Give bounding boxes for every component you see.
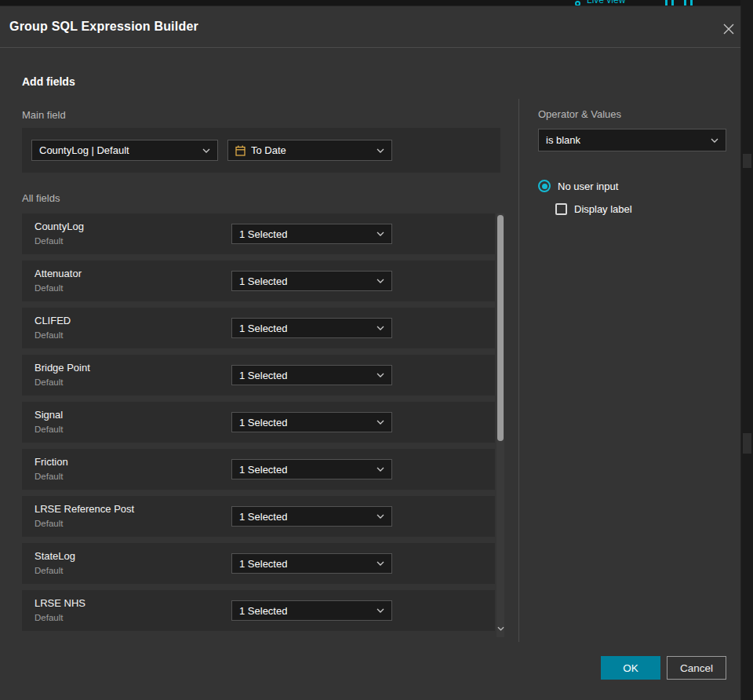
toolbar-fragment-icon xyxy=(690,0,693,6)
background-panel-fragment xyxy=(743,154,751,168)
chevron-down-icon xyxy=(376,326,384,330)
main-field-label: Main field xyxy=(22,109,66,121)
field-name: Signal xyxy=(35,409,63,421)
ok-button[interactable]: OK xyxy=(601,656,660,680)
field-selected-value: 1 Selected xyxy=(239,228,287,240)
field-selected-dropdown[interactable]: 1 Selected xyxy=(231,224,392,244)
checkbox-icon xyxy=(555,203,567,215)
toolbar-fragment-icon xyxy=(684,0,686,6)
main-field-date-select-value: To Date xyxy=(251,144,286,156)
chevron-down-icon xyxy=(376,467,384,472)
field-row: CLIFED Default 1 Selected xyxy=(22,308,495,348)
chevron-down-icon xyxy=(376,608,384,613)
no-user-input-radio[interactable]: No user input xyxy=(538,180,618,192)
column-divider xyxy=(518,99,519,642)
display-label-label: Display label xyxy=(574,203,632,215)
field-name: Bridge Point xyxy=(35,362,90,374)
background-right-strip xyxy=(740,0,753,700)
field-selected-dropdown[interactable]: 1 Selected xyxy=(231,600,392,621)
field-type: Default xyxy=(35,425,63,434)
field-type: Default xyxy=(35,519,63,528)
live-view-dot-icon xyxy=(575,1,580,6)
field-selected-value: 1 Selected xyxy=(239,511,287,523)
field-row: LRSE NHS Default 1 Selected xyxy=(22,590,495,631)
field-selected-dropdown[interactable]: 1 Selected xyxy=(231,365,392,385)
main-field-select-value: CountyLog | Default xyxy=(39,144,129,156)
dialog-title: Group SQL Expression Builder xyxy=(9,20,198,34)
main-field-row: CountyLog | Default To Date xyxy=(22,128,500,173)
field-name: LRSE NHS xyxy=(35,597,85,609)
field-type: Default xyxy=(35,330,63,340)
field-type: Default xyxy=(35,377,63,387)
field-selected-value: 1 Selected xyxy=(239,464,287,476)
radio-icon xyxy=(538,180,551,192)
field-row: Signal Default 1 Selected xyxy=(22,402,495,443)
main-field-select[interactable]: CountyLog | Default xyxy=(31,140,218,161)
close-icon[interactable] xyxy=(722,22,736,36)
operator-select-value: is blank xyxy=(546,134,580,146)
scrollbar-down-icon[interactable] xyxy=(497,623,504,634)
chevron-down-icon xyxy=(711,138,718,143)
field-selected-dropdown[interactable]: 1 Selected xyxy=(231,271,392,291)
background-topbar: Live view xyxy=(0,0,753,6)
cancel-button[interactable]: Cancel xyxy=(667,656,726,680)
field-row: StateLog Default 1 Selected xyxy=(22,543,495,584)
group-sql-expression-builder-dialog: Group SQL Expression Builder Add fields … xyxy=(0,6,740,700)
live-view-label: Live view xyxy=(587,0,625,5)
field-row: CountyLog Default 1 Selected xyxy=(22,213,495,254)
field-type: Default xyxy=(35,236,63,246)
field-type: Default xyxy=(35,283,63,293)
field-type: Default xyxy=(35,566,63,575)
field-selected-value: 1 Selected xyxy=(239,370,287,381)
background-panel-fragment xyxy=(743,433,751,454)
add-fields-heading: Add fields xyxy=(22,75,75,88)
field-selected-dropdown[interactable]: 1 Selected xyxy=(231,318,392,338)
calendar-icon xyxy=(235,145,246,156)
display-label-checkbox[interactable]: Display label xyxy=(555,203,632,215)
field-type: Default xyxy=(35,472,63,481)
chevron-down-icon xyxy=(376,514,384,519)
operator-values-label: Operator & Values xyxy=(538,108,621,120)
field-selected-value: 1 Selected xyxy=(239,323,287,334)
toolbar-fragment-icon xyxy=(671,0,674,6)
field-name: LRSE Reference Post xyxy=(35,503,134,515)
scrollbar-thumb[interactable] xyxy=(497,215,504,441)
field-selected-dropdown[interactable]: 1 Selected xyxy=(231,459,392,479)
all-fields-scrollbar[interactable] xyxy=(497,213,504,637)
field-row: Attenuator Default 1 Selected xyxy=(22,261,495,301)
field-name: CountyLog xyxy=(35,221,84,232)
field-selected-value: 1 Selected xyxy=(239,417,287,428)
no-user-input-label: No user input xyxy=(558,180,618,192)
chevron-down-icon xyxy=(376,148,384,153)
field-selected-dropdown[interactable]: 1 Selected xyxy=(231,553,392,574)
header-divider xyxy=(0,47,740,48)
chevron-down-icon xyxy=(376,420,384,425)
field-name: StateLog xyxy=(35,550,75,562)
field-name: CLIFED xyxy=(35,315,71,326)
all-fields-label: All fields xyxy=(22,192,60,204)
field-selected-value: 1 Selected xyxy=(239,275,287,287)
chevron-down-icon xyxy=(376,279,384,283)
chevron-down-icon xyxy=(202,148,210,153)
chevron-down-icon xyxy=(376,232,384,236)
field-row: Bridge Point Default 1 Selected xyxy=(22,355,495,396)
field-selected-value: 1 Selected xyxy=(239,558,287,570)
chevron-down-icon xyxy=(376,561,384,566)
main-field-date-select[interactable]: To Date xyxy=(227,140,392,161)
field-selected-dropdown[interactable]: 1 Selected xyxy=(231,506,392,527)
field-row: Friction Default 1 Selected xyxy=(22,449,495,490)
toolbar-fragment-icon xyxy=(665,0,668,6)
field-type: Default xyxy=(35,613,63,622)
field-name: Attenuator xyxy=(35,268,82,279)
chevron-down-icon xyxy=(376,373,384,377)
field-selected-dropdown[interactable]: 1 Selected xyxy=(231,412,392,432)
field-selected-value: 1 Selected xyxy=(239,605,287,617)
field-name: Friction xyxy=(35,456,68,468)
radio-dot-icon xyxy=(542,184,547,189)
all-fields-list: CountyLog Default 1 Selected Attenuator … xyxy=(22,213,495,637)
field-row: LRSE Reference Post Default 1 Selected xyxy=(22,496,495,537)
operator-select[interactable]: is blank xyxy=(538,129,726,151)
